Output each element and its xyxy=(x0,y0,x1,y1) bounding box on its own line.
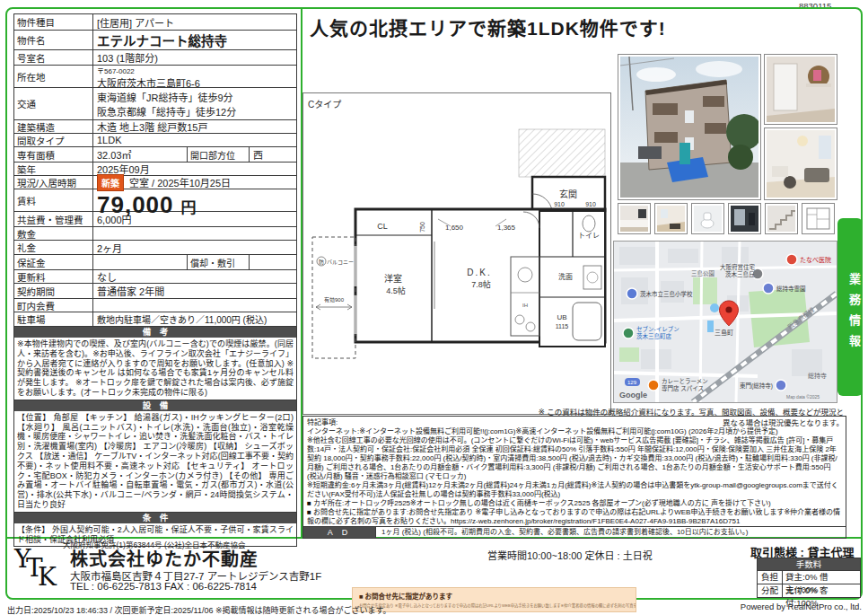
svg-text:たなべ医院: たなべ医院 xyxy=(800,256,831,264)
thumb-toilet xyxy=(691,203,724,234)
powered-by: Powered by RealNetPro co., ltd. xyxy=(716,602,862,611)
row-label: 町内会費 xyxy=(14,299,93,312)
notes-line: ※他社含む回線工事の必要な光回線の使用は不可。(コンセントに繋ぐだけのWi-Fi… xyxy=(307,436,842,481)
notes-line: ■ カギ所在:オートロック呼2525※オートロック無しの場合は近く雨樋キーボック… xyxy=(307,499,842,508)
svg-text:トイレ: トイレ xyxy=(578,232,600,240)
contact-notice-body: お問合せ先指定あり ※電子申し込みとなっておりますので申込の際は右記URLよりW… xyxy=(353,602,636,609)
svg-text:CL: CL xyxy=(377,222,388,231)
svg-text:910: 910 xyxy=(554,201,565,207)
property-name: エテルナコート総持寺 xyxy=(93,31,296,49)
row-label: 所在地 xyxy=(14,66,93,87)
notes-title: 特記事項: xyxy=(307,418,842,427)
access-line: 東海道線「JR総持寺」徒歩9分 xyxy=(97,90,233,104)
table-row: 契約期間普通借家 2年間 xyxy=(14,284,296,299)
table-row: 現況/入居時期 新築 空室 / 2025年10月25日 xyxy=(14,176,296,189)
table-row: 建築構造木造 地上3階 総戸数15戸 xyxy=(14,120,296,134)
floorplan-type-label: Cタイプ xyxy=(308,97,341,110)
svg-text:総持寺: 総持寺 xyxy=(808,372,827,380)
svg-text:総持寺霊園: 総持寺霊園 xyxy=(776,285,806,293)
row-value: 普通借家 2年間 xyxy=(93,284,296,298)
address-cell: 〒567-0022 大阪府茨木市三島町6-6 xyxy=(93,66,296,87)
row-value: 6,000円 xyxy=(93,212,296,226)
table-row: 共益費・管理費6,000円 xyxy=(14,212,296,227)
property-flyer: 8830115 物件種目[住居用] アパート 物件名エテルナコート総持寺 号室名… xyxy=(0,0,868,615)
fee-label: 負担 xyxy=(758,571,783,584)
thumb-kitchen xyxy=(618,203,651,234)
section-header-conditions: 条 件 xyxy=(14,513,296,523)
svg-text:三島町: 三島町 xyxy=(715,329,733,337)
fee-table: 手数料 負担貸主:0% 借主:100% 分配元付:0% 客付:100% xyxy=(757,558,861,598)
table-row: 所在地 〒567-0022 大阪府茨木市三島町6-6 xyxy=(14,66,296,88)
svg-text:D.K.: D.K. xyxy=(467,268,491,277)
row-label: 駐車場 xyxy=(14,312,93,326)
fee-header: 手数料 xyxy=(758,558,860,570)
headline: 人気の北摂エリアで新築1LDK物件です! xyxy=(310,13,666,40)
svg-text:茨木三島丘: 茨木三島丘 xyxy=(725,270,755,278)
svg-text:茨木市立三島小学校: 茨木市立三島小学校 xyxy=(640,290,693,298)
area-value: 32.03㎡ xyxy=(93,147,187,162)
floorplan: Cタイプ 玄関 トイレ 洗面 xyxy=(302,92,611,415)
notes-line: ※短期違約金:6ヶ月未満3ヶ月(総賃料)12ヶ月未満2ヶ月(総賃料)24ヶ月未満… xyxy=(307,481,842,499)
google-logo: Google xyxy=(619,391,647,400)
table-row: 物件名エテルナコート総持寺 xyxy=(14,31,296,50)
svg-text:750: 750 xyxy=(419,222,425,233)
row-value: 103 (1階部分) xyxy=(93,50,296,65)
table-row: 物件種目[住居用] アパート xyxy=(14,14,296,31)
row-label: 建築構造 xyxy=(14,120,93,133)
row-value xyxy=(93,299,296,312)
table-row: 築年2025年09月 xyxy=(14,163,296,176)
row-value xyxy=(93,227,296,240)
notes-line: ■ お問合せ先に指定があります:お問合せ先指定あり ※電子申し込みとなっておりま… xyxy=(307,508,842,526)
svg-text:三島公園: 三島公園 xyxy=(691,269,715,277)
contact-notice-title: ■ お問合せ先に指定があります xyxy=(353,588,636,602)
location-map[interactable]: 阪急京都線 たなべ医院 大阪府営住宅 茨木三島丘 三島公園 総持寺霊園 茨木市立… xyxy=(613,241,837,403)
svg-text:バルコニー: バルコニー xyxy=(327,259,354,265)
opening-value: 西 xyxy=(250,147,296,162)
svg-text:大阪府営住宅: 大阪府営住宅 xyxy=(720,263,756,271)
table-row: 駐車場敷地内駐車場／空きあり／11,000円 (税込) xyxy=(14,312,296,327)
thumb-stairs xyxy=(765,203,798,234)
svg-text:洗面: 洗面 xyxy=(558,272,573,281)
row-label: 物件名 xyxy=(14,31,93,49)
row-label: 号室名 xyxy=(14,50,93,65)
thumb-bathroom xyxy=(728,203,761,234)
row-value: なし xyxy=(93,270,296,283)
fee-value: 貸主:0% 借主:100% xyxy=(783,571,860,584)
table-row: 専有面積 32.03㎡ 開口部方位 西 xyxy=(14,147,296,163)
notes-line: インターネット:※インターネット設備無料ご利用可能!!(j:com1G)※高速イ… xyxy=(307,427,842,436)
row-label: 交通 xyxy=(14,88,93,119)
table-row: 敷金 xyxy=(14,227,296,241)
logo-letter: K xyxy=(38,565,57,590)
tab-business-info[interactable]: 業務情報 xyxy=(837,218,863,396)
row-label: 築年 xyxy=(14,163,93,175)
property-table: 物件種目[住居用] アパート 物件名エテルナコート総持寺 号室名103 (1階部… xyxy=(13,13,297,547)
svg-text:IH: IH xyxy=(522,303,528,308)
svg-text:7.8帖: 7.8帖 xyxy=(471,279,491,289)
equipment-text: 【位置】 角部屋 【キッチン】 給湯器(ガス)・IHクッキングヒーター(2口) … xyxy=(14,411,296,513)
map-drawing: 阪急京都線 たなべ医院 大阪府営住宅 茨木三島丘 三島公園 総持寺霊園 茨木市立… xyxy=(614,242,837,402)
rent-cell: 79,000 円 xyxy=(93,189,296,211)
photo-exterior xyxy=(618,54,761,200)
special-notes: 特記事項: インターネット:※インターネット設備無料ご利用可能!!(j:com1… xyxy=(302,416,846,539)
row-label: 更新料 xyxy=(14,270,93,283)
ad-value: 1ヶ月 (税込) (相殺不可。初期費用の入金、契約書、必要書類、広告費の請求書到… xyxy=(375,527,846,538)
svg-text:セブン-イレブン: セブン-イレブン xyxy=(636,325,679,332)
section-header-equipment: 設 備 xyxy=(14,400,296,411)
fee-value: 元付:0% 客付:100% xyxy=(783,584,860,597)
row-label: 間取タイプ xyxy=(14,134,93,146)
postal-code: 〒567-0022 xyxy=(97,67,135,75)
table-row: 号室名103 (1階部分) xyxy=(14,50,296,66)
row-label: 開口部方位 xyxy=(187,147,250,162)
row-value: 木造 地上3階 総戸数15戸 xyxy=(93,120,296,133)
access-cell: 東海道線「JR総持寺」徒歩9分 阪急京都線「総持寺」徒歩12分 xyxy=(93,88,296,119)
section-header-remarks: 備 考 xyxy=(14,327,296,338)
svg-text:有効900: 有効900 xyxy=(324,296,345,303)
table-row: 保証金 償却・敷引 xyxy=(14,255,296,270)
row-value: 敷地内駐車場／空きあり／11,000円 (税込) xyxy=(93,312,296,326)
photo-hallway xyxy=(764,54,837,125)
output-date-footer: 出力日:2025/10/23 18:46:33 / 次回更新予定日:2025/1… xyxy=(7,604,391,615)
contact-notice-box: ■ お問合せ先に指定があります お問合せ先指定あり ※電子申し込みとなっておりま… xyxy=(352,587,636,612)
svg-text:Map data ©2025: Map data ©2025 xyxy=(786,394,820,400)
svg-text:UB: UB xyxy=(557,313,566,321)
row-value: 2ヶ月 xyxy=(93,241,296,254)
